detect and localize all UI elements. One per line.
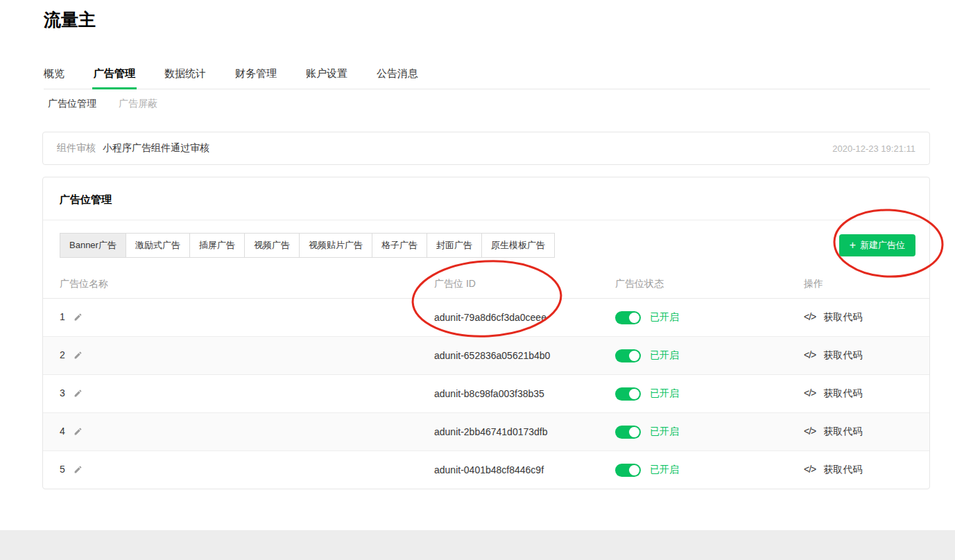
ad-type-tabs: Banner广告激励式广告插屏广告视频广告视频贴片广告格子广告封面广告原生模板广… bbox=[60, 233, 555, 258]
toggle-knob bbox=[629, 351, 639, 361]
code-icon: </> bbox=[804, 311, 816, 322]
ad-type-tab-6[interactable]: 格子广告 bbox=[372, 233, 427, 258]
adunit-id: adunit-2bb46741d0173dfb bbox=[434, 426, 548, 437]
new-adunit-label: 新建广告位 bbox=[860, 234, 905, 256]
nav-tab-1[interactable]: 概览 bbox=[44, 67, 64, 89]
new-adunit-button[interactable]: + 新建广告位 bbox=[839, 234, 915, 256]
adunit-name: 2 bbox=[60, 349, 65, 360]
adunit-id: adunit-79a8d6cf3da0ceee bbox=[434, 312, 547, 323]
adunit-id: adunit-b8c98fa003f38b35 bbox=[434, 388, 544, 399]
nav-tabs: 概览广告管理数据统计财务管理账户设置公告消息 bbox=[44, 64, 930, 89]
notice-card[interactable]: 组件审核 小程序广告组件通过审核 2020-12-23 19:21:11 bbox=[42, 132, 930, 165]
col-header-action: 操作 bbox=[801, 270, 929, 299]
page-title: 流量主 bbox=[44, 8, 96, 31]
table-row: 4 adunit-2bb46741d0173dfb 已开启 </> 获取代码 bbox=[43, 413, 929, 451]
nav-tab-6[interactable]: 公告消息 bbox=[377, 67, 418, 89]
get-code-label: 获取代码 bbox=[823, 464, 862, 475]
adunit-name: 4 bbox=[60, 426, 65, 437]
toggle-knob bbox=[629, 389, 639, 399]
ad-type-tab-7[interactable]: 封面广告 bbox=[427, 233, 482, 258]
traffic-master-page: 流量主 概览广告管理数据统计财务管理账户设置公告消息 广告位管理广告屏蔽 组件审… bbox=[0, 0, 955, 560]
status-toggle[interactable] bbox=[615, 311, 641, 324]
notice-timestamp: 2020-12-23 19:21:11 bbox=[832, 143, 915, 154]
status-label: 已开启 bbox=[650, 387, 679, 399]
code-icon: </> bbox=[804, 349, 816, 360]
ad-type-tab-3[interactable]: 插屏广告 bbox=[189, 233, 245, 258]
card-title: 广告位管理 bbox=[43, 177, 929, 220]
get-code-link[interactable]: </> 获取代码 bbox=[804, 387, 862, 399]
edit-icon[interactable] bbox=[74, 427, 83, 438]
page-footer-strip bbox=[0, 530, 955, 560]
edit-icon[interactable] bbox=[74, 351, 83, 362]
col-header-id: 广告位 ID bbox=[434, 270, 615, 299]
status-label: 已开启 bbox=[650, 311, 679, 322]
table-row: 1 adunit-79a8d6cf3da0ceee 已开启 </> 获取代码 bbox=[43, 299, 929, 337]
nav-tab-3[interactable]: 数据统计 bbox=[164, 67, 206, 89]
adunit-name: 5 bbox=[60, 464, 65, 475]
toolbar: Banner广告激励式广告插屏广告视频广告视频贴片广告格子广告封面广告原生模板广… bbox=[43, 220, 929, 270]
adunit-id: adunit-0401b48cf8446c9f bbox=[434, 464, 544, 475]
get-code-link[interactable]: </> 获取代码 bbox=[804, 426, 862, 437]
toggle-knob bbox=[629, 313, 639, 323]
get-code-link[interactable]: </> 获取代码 bbox=[804, 464, 862, 475]
ad-type-tab-4[interactable]: 视频广告 bbox=[244, 233, 300, 258]
table-row: 2 adunit-652836a05621b4b0 已开启 </> 获取代码 bbox=[43, 337, 929, 375]
nav-tab-5[interactable]: 账户设置 bbox=[306, 67, 347, 89]
adunit-table-body: 1 adunit-79a8d6cf3da0ceee 已开启 </> 获取代码 2 bbox=[43, 299, 929, 489]
get-code-label: 获取代码 bbox=[823, 349, 862, 360]
notice-tag: 组件审核 bbox=[57, 142, 96, 155]
col-header-name: 广告位名称 bbox=[43, 270, 434, 299]
sub-tabs: 广告位管理广告屏蔽 bbox=[48, 98, 157, 110]
status-label: 已开启 bbox=[650, 349, 679, 360]
edit-icon[interactable] bbox=[74, 465, 83, 476]
sub-tab-1[interactable]: 广告位管理 bbox=[48, 98, 96, 110]
adunit-name: 1 bbox=[60, 311, 65, 322]
status-toggle[interactable] bbox=[615, 349, 641, 362]
adunit-table: 广告位名称 广告位 ID 广告位状态 操作 1 adunit-79a8d6cf3… bbox=[43, 270, 929, 489]
get-code-label: 获取代码 bbox=[823, 426, 862, 437]
ad-type-tab-1[interactable]: Banner广告 bbox=[60, 233, 126, 258]
plus-icon: + bbox=[850, 234, 856, 256]
sub-tab-2[interactable]: 广告屏蔽 bbox=[119, 98, 157, 110]
adunit-id: adunit-652836a05621b4b0 bbox=[434, 350, 550, 361]
status-toggle[interactable] bbox=[615, 464, 641, 477]
toggle-knob bbox=[629, 427, 639, 437]
get-code-label: 获取代码 bbox=[823, 311, 862, 322]
nav-tab-4[interactable]: 财务管理 bbox=[235, 67, 277, 89]
code-icon: </> bbox=[804, 426, 816, 437]
adunit-management-card: 广告位管理 Banner广告激励式广告插屏广告视频广告视频贴片广告格子广告封面广… bbox=[42, 177, 930, 489]
edit-icon[interactable] bbox=[74, 389, 83, 400]
get-code-link[interactable]: </> 获取代码 bbox=[804, 311, 862, 322]
code-icon: </> bbox=[804, 464, 816, 475]
ad-type-tab-2[interactable]: 激励式广告 bbox=[126, 233, 190, 258]
notice-text: 小程序广告组件通过审核 bbox=[103, 142, 209, 155]
ad-type-tab-8[interactable]: 原生模板广告 bbox=[481, 233, 555, 258]
nav-tab-2[interactable]: 广告管理 bbox=[94, 67, 135, 89]
adunit-name: 3 bbox=[60, 387, 65, 399]
toggle-knob bbox=[629, 465, 639, 475]
ad-type-tab-5[interactable]: 视频贴片广告 bbox=[299, 233, 372, 258]
col-header-status: 广告位状态 bbox=[615, 270, 801, 299]
table-row: 5 adunit-0401b48cf8446c9f 已开启 </> 获取代码 bbox=[43, 451, 929, 489]
code-icon: </> bbox=[804, 387, 816, 399]
table-row: 3 adunit-b8c98fa003f38b35 已开启 </> 获取代码 bbox=[43, 375, 929, 413]
edit-icon[interactable] bbox=[74, 313, 83, 324]
status-toggle[interactable] bbox=[615, 387, 641, 401]
table-header-row: 广告位名称 广告位 ID 广告位状态 操作 bbox=[43, 270, 929, 299]
get-code-link[interactable]: </> 获取代码 bbox=[804, 349, 862, 360]
status-toggle[interactable] bbox=[615, 426, 641, 439]
status-label: 已开启 bbox=[650, 464, 679, 475]
get-code-label: 获取代码 bbox=[823, 387, 862, 399]
status-label: 已开启 bbox=[650, 426, 679, 437]
